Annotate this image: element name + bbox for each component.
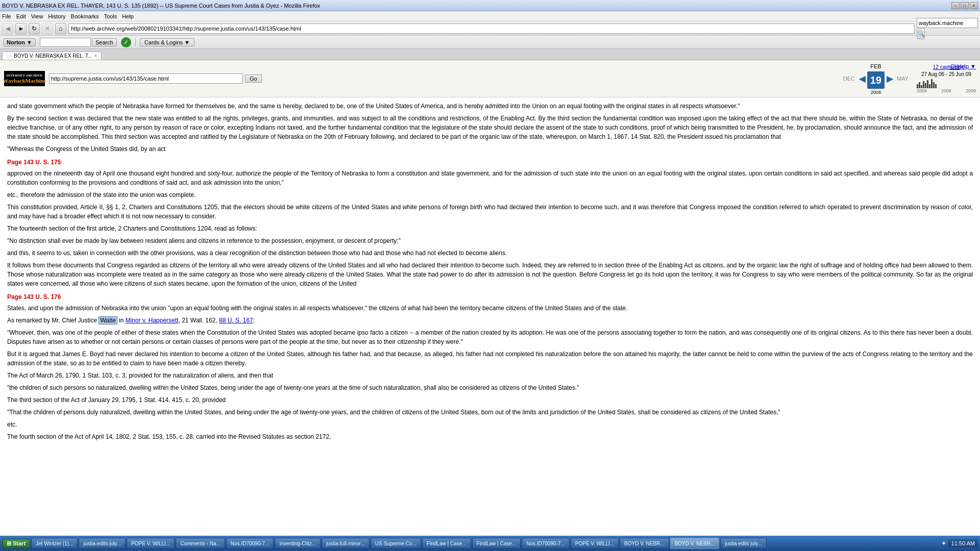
para13-text: "Whoever, then, was one of the people of… (7, 329, 973, 345)
close-button[interactable]: × (970, 2, 978, 9)
start-button[interactable]: ⊞ Start (2, 539, 30, 548)
year-prev: 2006 (917, 88, 927, 93)
content-para-20: The fourth section of the Act of April 1… (7, 432, 973, 441)
para8-text: "No distinction shall ever be made by la… (7, 237, 401, 244)
taskbar-item-2[interactable]: POPE V. WILLI... (127, 538, 175, 549)
wayback-may[interactable]: MAY (895, 74, 911, 83)
search-bar-right: 🔍 (917, 18, 978, 39)
wayback-prev-arrow[interactable]: ◀ (859, 74, 865, 84)
menu-view[interactable]: View (31, 13, 43, 19)
taskbar-item-4[interactable]: Nos.ID70090-7... (226, 538, 274, 549)
main-content: and state government which the people of… (0, 97, 980, 536)
wayback-day[interactable]: 19 (867, 71, 885, 89)
menu-tools[interactable]: Tools (104, 13, 117, 19)
para11-text: States, and upon the admission of Nebras… (7, 305, 627, 312)
address-bar[interactable]: http://web.archive.org/web/2008021910334… (68, 23, 915, 34)
year-labels: 2006 2008 2009 (917, 88, 976, 93)
internet-archive-logo: INTERNET ARCHIVE WaybackMachine (4, 71, 45, 86)
norton-search-box: Search (40, 38, 117, 47)
content-para-19: etc. (7, 420, 973, 429)
taskbar-item-1[interactable]: justia-edits-july... (79, 538, 126, 549)
back-button[interactable]: ◀ (2, 23, 13, 34)
menu-help[interactable]: Help (122, 13, 134, 19)
tab-close-button[interactable]: × (94, 53, 97, 59)
wayback-banner: INTERNET ARCHIVE WaybackMachine Go DEC ◀… (0, 60, 980, 97)
taskbar-item-9[interactable]: FindLaw | Case... (472, 538, 521, 549)
wayback-next-arrow[interactable]: ▶ (887, 74, 893, 84)
tab-favicon: 📄 (7, 54, 12, 58)
norton-label[interactable]: Norton ▼ (3, 38, 36, 46)
taskbar-item-5[interactable]: Inventing-Citiz... (275, 538, 321, 549)
wayback-help-button[interactable]: Help ▼ (957, 63, 976, 69)
captures-range: 27 Aug 06 - 25 Jun 09 (921, 71, 971, 77)
para3-text: "Whereas the Congress of the United Stat… (7, 145, 165, 153)
para15-text: The Act of March 26, 1790, 1 Stat. 103, … (7, 372, 273, 379)
norton-search-input[interactable] (40, 38, 91, 47)
para18-text: "That the children of persons duly natur… (7, 409, 780, 416)
window-title: BOYD V. NEBRASKA EX REL. THAYER, 143 U. … (2, 3, 320, 9)
active-tab[interactable]: 📄 BOYD V. NEBRASKA EX REL. T... × (2, 52, 102, 60)
taskbar-item-7[interactable]: US Supreme Co... (371, 538, 421, 549)
nav-search-button[interactable]: 🔍 (917, 28, 925, 39)
taskbar-item-13[interactable]: BOYD V. NEBR... (670, 538, 720, 549)
menu-history[interactable]: History (48, 13, 65, 19)
wayback-go-button[interactable]: Go (245, 74, 262, 83)
para10-text: It follows from these documents that Con… (7, 262, 973, 287)
year-current: 2008 (941, 88, 951, 93)
content-para-10: It follows from these documents that Con… (7, 261, 973, 288)
taskbar-item-8[interactable]: FindLaw | Case... (422, 538, 471, 549)
taskbar-item-11[interactable]: POPE V. WILLI... (571, 538, 619, 549)
address-text: http://web.archive.org/web/2008021910334… (71, 26, 301, 32)
menu-bar: File Edit View History Bookmarks Tools H… (0, 11, 980, 21)
taskbar-item-12[interactable]: BOYD V. NEBR... (620, 538, 669, 549)
norton-search-button[interactable]: Search (92, 38, 117, 46)
taskbar-icon-star: ✦ (941, 540, 946, 547)
wayback-url-input[interactable] (49, 73, 243, 84)
norton-bar: Norton ▼ Search ✓ Cards & Logins ▼ (0, 36, 980, 49)
para1-text: and state government which the people of… (7, 103, 740, 110)
menu-file[interactable]: File (2, 13, 11, 19)
content-para-18: "That the children of persons duly natur… (7, 408, 973, 417)
para6-text: This constitution provided, Article II, … (7, 204, 973, 220)
us167-link[interactable]: 88 U. S. 167 (219, 317, 253, 324)
taskbar-item-14[interactable]: justia edits july... (720, 538, 767, 549)
taskbar-item-6[interactable]: justia-full-minor... (322, 538, 370, 549)
reload-button[interactable]: ↻ (29, 23, 40, 34)
clock: 11:50 AM (948, 539, 978, 547)
maximize-button[interactable]: □ (961, 2, 969, 9)
para2-text: By the second section it was declared th… (7, 115, 973, 140)
minimize-button[interactable]: − (951, 2, 960, 9)
content-para-2: By the second section it was declared th… (7, 114, 973, 141)
content-para-5: etc., therefore the admission of the sta… (7, 190, 973, 199)
content-para-16: "the children of such persons so natural… (7, 383, 973, 392)
para9-text: and this, it seems to us, taken in conne… (7, 249, 507, 257)
menu-edit[interactable]: Edit (16, 13, 26, 19)
norton-cards-button[interactable]: Cards & Logins ▼ (140, 38, 194, 46)
para12-mid: in (117, 317, 126, 324)
wayback-feb[interactable]: FEB (868, 62, 883, 70)
content-para-11: States, and upon the admission of Nebras… (7, 304, 973, 313)
wayback-dec[interactable]: DEC (841, 74, 857, 83)
separator (135, 38, 136, 46)
para4-text: approved on the nineteenth day of April … (7, 170, 973, 186)
menu-bookmarks[interactable]: Bookmarks (71, 13, 99, 19)
taskbar-item-0[interactable]: Jet Wintzer (1)... (31, 538, 78, 549)
taskbar: ⊞ Start Jet Wintzer (1)... justia-edits-… (0, 536, 980, 551)
content-para-12: As remarked by Mr. Chief Justice Waite i… (7, 316, 973, 325)
para7-text: The fourteenth section of the first arti… (7, 225, 257, 232)
forward-button[interactable]: ▶ (15, 23, 27, 34)
window-controls: − □ × (951, 2, 978, 9)
content-para-6: This constitution provided, Article II, … (7, 203, 973, 221)
minor-link[interactable]: Minor v. Happersett, (126, 317, 180, 324)
start-windows-icon: ⊞ (7, 540, 11, 547)
norton-check-icon[interactable]: ✓ (121, 37, 131, 47)
content-para-3: "Whereas the Congress of the United Stat… (7, 144, 973, 154)
content-para-7: The fourteenth section of the first arti… (7, 224, 973, 233)
waite-highlight: Waite (99, 316, 117, 324)
taskbar-item-3[interactable]: Comments ‹ Na... (176, 538, 225, 549)
stop-button[interactable]: ✕ (42, 23, 53, 34)
home-button[interactable]: ⌂ (55, 23, 66, 34)
taskbar-item-10[interactable]: Nos.ID70090-7... (522, 538, 570, 549)
para5-text: etc., therefore the admission of the sta… (7, 191, 196, 198)
nav-search-input[interactable] (917, 18, 978, 28)
